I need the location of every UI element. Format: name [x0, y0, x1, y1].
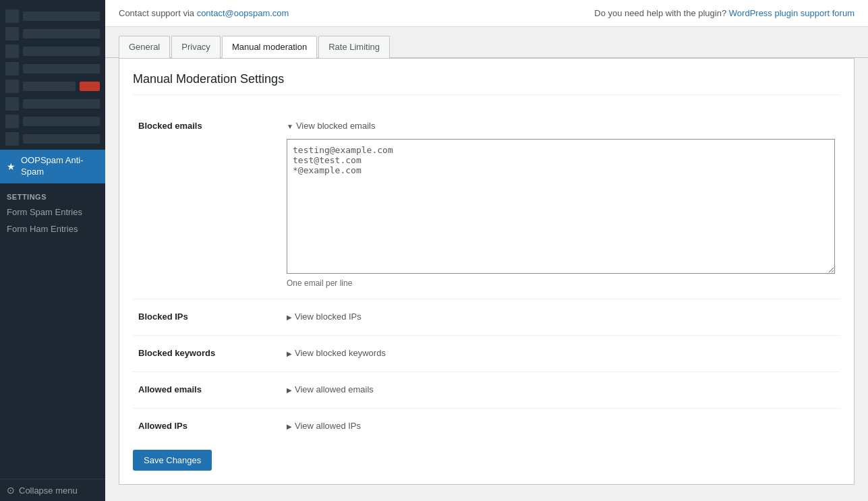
allowed-emails-summary[interactable]: View allowed emails	[287, 382, 835, 397]
contact-support-text: Contact support via contact@oopspam.com	[119, 8, 289, 18]
allowed-ips-input-col: View allowed IPs	[281, 409, 840, 445]
blocked-ips-input-col: View blocked IPs	[281, 299, 840, 336]
page-title: Manual Moderation Settings	[133, 72, 840, 95]
sidebar-item-label: OOPSpam Anti-Spam	[21, 155, 98, 178]
arrow-right-icon-3	[287, 384, 292, 394]
allowed-emails-details[interactable]: View allowed emails	[287, 382, 835, 397]
blocked-emails-textarea[interactable]	[287, 139, 835, 274]
blocked-ips-summary[interactable]: View blocked IPs	[287, 309, 835, 324]
sidebar-link-ham-entries[interactable]: Form Ham Entries	[0, 220, 105, 237]
allowed-ips-details[interactable]: View allowed IPs	[287, 418, 835, 434]
blocked-emails-label: Blocked emails	[133, 109, 281, 299]
top-bar: Contact support via contact@oopspam.com …	[105, 0, 868, 27]
sidebar-menu: ★ OOPSpam Anti-Spam Settings Form Spam E…	[0, 0, 105, 479]
blocked-keywords-details[interactable]: View blocked keywords	[287, 345, 835, 361]
blocked-ips-label: Blocked IPs	[133, 299, 281, 336]
blocked-emails-summary[interactable]: View blocked emails	[287, 118, 835, 134]
allowed-emails-row: Allowed emails View allowed emails	[133, 372, 840, 409]
arrow-down-icon	[287, 121, 293, 131]
content-area: General Privacy Manual moderation Rate L…	[105, 27, 868, 501]
blocked-keywords-label: Blocked keywords	[133, 336, 281, 372]
blocked-ips-row: Blocked IPs View blocked IPs	[133, 299, 840, 336]
star-icon: ★	[7, 161, 16, 172]
plugin-support-link[interactable]: WordPress plugin support forum	[729, 8, 855, 18]
blocked-keywords-input-col: View blocked keywords	[281, 336, 840, 372]
allowed-emails-input-col: View allowed emails	[281, 372, 840, 409]
tab-manual-moderation[interactable]: Manual moderation	[222, 36, 317, 58]
tab-privacy[interactable]: Privacy	[171, 36, 221, 58]
tab-general[interactable]: General	[119, 36, 170, 58]
allowed-ips-row: Allowed IPs View allowed IPs	[133, 409, 840, 445]
collapse-menu-button[interactable]: ⊙ Collapse menu	[0, 479, 105, 501]
arrow-right-icon-4	[287, 421, 292, 431]
blocked-emails-row: Blocked emails View blocked emails One e…	[133, 109, 840, 299]
collapse-label: Collapse menu	[19, 485, 78, 496]
blocked-emails-details[interactable]: View blocked emails One email per line	[287, 118, 835, 288]
sidebar-item-oopspam[interactable]: ★ OOPSpam Anti-Spam	[0, 150, 105, 183]
arrow-right-icon	[287, 312, 292, 322]
allowed-emails-label: Allowed emails	[133, 372, 281, 409]
main-content: Contact support via contact@oopspam.com …	[105, 0, 868, 501]
blocked-keywords-row: Blocked keywords View blocked keywords	[133, 336, 840, 372]
blocked-keywords-summary[interactable]: View blocked keywords	[287, 345, 835, 361]
allowed-ips-summary[interactable]: View allowed IPs	[287, 418, 835, 434]
settings-panel: Manual Moderation Settings Blocked email…	[119, 58, 855, 485]
blocked-emails-input-col: View blocked emails One email per line	[281, 109, 840, 299]
help-text: Do you need help with the plugin? WordPr…	[594, 8, 855, 18]
sidebar: ★ OOPSpam Anti-Spam Settings Form Spam E…	[0, 0, 105, 501]
save-changes-button[interactable]: Save Changes	[133, 450, 212, 471]
circle-icon: ⊙	[7, 485, 15, 496]
blocked-ips-details[interactable]: View blocked IPs	[287, 309, 835, 324]
sidebar-section-title: Settings	[0, 186, 105, 204]
sidebar-link-spam-entries[interactable]: Form Spam Entries	[0, 204, 105, 220]
tab-rate-limiting[interactable]: Rate Limiting	[318, 36, 390, 58]
blocked-emails-hint: One email per line	[287, 278, 835, 288]
tabs-bar: General Privacy Manual moderation Rate L…	[105, 27, 868, 58]
arrow-right-icon-2	[287, 348, 292, 358]
allowed-ips-label: Allowed IPs	[133, 409, 281, 445]
contact-email-link[interactable]: contact@oopspam.com	[197, 8, 289, 18]
settings-table: Blocked emails View blocked emails One e…	[133, 109, 840, 444]
